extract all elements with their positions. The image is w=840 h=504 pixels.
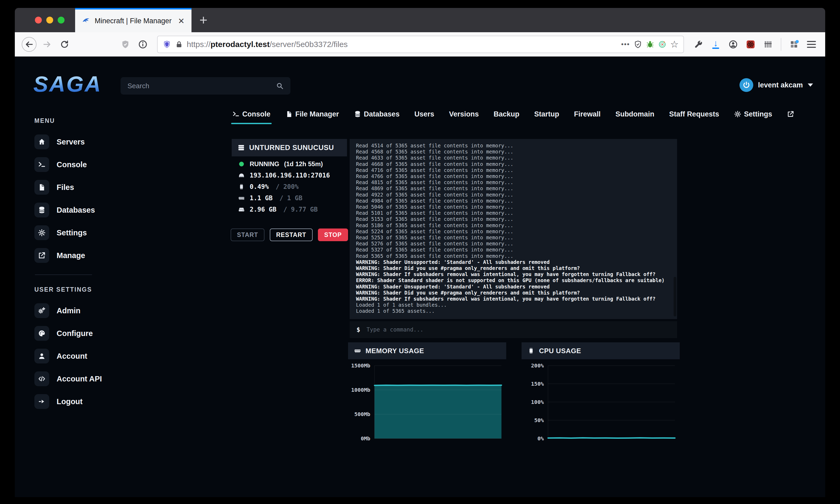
browser-tab[interactable]: Minecraft | File Manager ✕ xyxy=(75,8,191,32)
sidebar-divider xyxy=(35,274,92,275)
zoom-window-button[interactable] xyxy=(58,17,65,23)
cpu-limit: / 200% xyxy=(276,183,298,191)
extension-ring-icon[interactable] xyxy=(658,40,667,49)
saga-logo[interactable]: SAGA xyxy=(33,71,102,97)
tab-versions[interactable]: Versions xyxy=(449,110,479,118)
refresh-icon[interactable] xyxy=(58,37,71,51)
console-line: Read 4716 of 5365 asset file contents in… xyxy=(356,167,677,173)
svg-text:1500Mb: 1500Mb xyxy=(351,362,370,369)
sidebar-item-admin[interactable]: Admin xyxy=(34,303,114,318)
console-line: WARNING: Shader If subshaders removal wa… xyxy=(356,271,677,277)
menu-section-label: MENU xyxy=(34,117,114,124)
tab-label: Startup xyxy=(534,110,560,118)
sidebar-item-label: Admin xyxy=(56,306,81,315)
tab-label: Console xyxy=(242,110,271,118)
console-line: Read 5153 of 5365 asset file contents in… xyxy=(356,216,677,222)
permissions-shield-icon[interactable] xyxy=(119,37,132,51)
search-bar[interactable] xyxy=(121,77,290,94)
console-scrollbar[interactable] xyxy=(674,277,676,317)
react-devtools-icon[interactable] xyxy=(744,37,757,51)
shield-check-icon[interactable] xyxy=(634,40,642,49)
sidebar-item-logout[interactable]: Logout xyxy=(34,394,114,409)
sidebar-item-label: Servers xyxy=(56,138,85,146)
url-text[interactable]: https://pterodactyl.test/server/5e0b3372… xyxy=(187,40,617,49)
tab-subdomain[interactable]: Subdomain xyxy=(615,110,654,118)
user-icon xyxy=(34,349,49,363)
sidebar-item-configure[interactable]: Configure xyxy=(34,326,114,341)
prompt-symbol: $ xyxy=(357,326,360,333)
forward-icon[interactable] xyxy=(40,37,54,51)
close-tab-icon[interactable]: ✕ xyxy=(178,16,185,25)
info-icon[interactable] xyxy=(136,37,150,51)
restart-button[interactable]: RESTART xyxy=(270,229,313,241)
tab-open-external[interactable] xyxy=(787,110,797,118)
menu-icon[interactable] xyxy=(805,37,818,51)
tab-startup[interactable]: Startup xyxy=(534,110,560,118)
command-bar: $ xyxy=(350,321,677,338)
sidebar-item-settings[interactable]: Settings xyxy=(34,225,114,240)
disk-usage: 2.96 GB xyxy=(250,206,276,213)
tab-backup[interactable]: Backup xyxy=(494,110,519,118)
fence-icon[interactable] xyxy=(761,37,775,51)
gears-icon xyxy=(34,303,49,318)
console-line: Loaded 1 of 5365 assets... xyxy=(356,308,677,314)
new-tab-button[interactable]: + xyxy=(191,8,215,32)
ellipsis-icon[interactable]: ••• xyxy=(621,40,630,48)
sidebar-item-account-api[interactable]: Account API xyxy=(34,372,114,386)
sidebar-item-console[interactable]: Console xyxy=(34,157,114,172)
stop-button[interactable]: STOP xyxy=(318,229,348,241)
tab-console[interactable]: Console xyxy=(232,110,271,118)
screen: Minecraft | File Manager ✕ + xyxy=(0,0,840,504)
address-row: 193.106.196.110:27016 xyxy=(238,172,347,179)
external-icon xyxy=(787,110,794,118)
start-button[interactable]: START xyxy=(230,229,264,241)
minimize-window-button[interactable] xyxy=(46,17,53,23)
sidebar-item-manage[interactable]: Manage xyxy=(34,248,114,263)
tab-staff-requests[interactable]: Staff Requests xyxy=(669,110,719,118)
external-icon xyxy=(34,248,49,263)
file-icon xyxy=(34,180,49,195)
console-line: Read 5224 of 5365 asset file contents in… xyxy=(356,229,677,235)
gear-icon xyxy=(34,225,49,240)
server-name: UNTURNED SUNUCUSU xyxy=(249,144,334,152)
bookmark-star-icon[interactable]: ☆ xyxy=(670,40,679,49)
console-line: Read 5327 of 5365 asset file contents in… xyxy=(356,247,677,253)
cpu-icon xyxy=(238,183,245,190)
cpu-usage-card: CPU USAGE 200%150%100%50%0% xyxy=(521,342,680,444)
code-icon xyxy=(34,372,49,386)
command-input[interactable] xyxy=(366,326,670,333)
sidebar-item-label: Configure xyxy=(56,329,93,338)
sidebar-item-databases[interactable]: Databases xyxy=(34,203,114,217)
tab-firewall[interactable]: Firewall xyxy=(574,110,601,118)
user-menu[interactable]: levent akcam xyxy=(739,78,813,92)
tab-file-manager[interactable]: File Manager xyxy=(285,110,339,118)
wrench-icon[interactable] xyxy=(691,37,705,51)
cpu-icon xyxy=(527,347,535,355)
url-bar[interactable]: https://pterodactyl.test/server/5e0b3372… xyxy=(157,36,684,53)
console-log: Read 4514 of 5365 asset file contents in… xyxy=(356,143,677,314)
back-icon[interactable] xyxy=(22,37,36,52)
server-info-card: UNTURNED SUNUCUSU RUNNING (1d 12h 55m) 1… xyxy=(232,139,347,241)
memory-limit: / 1 GB xyxy=(279,194,303,202)
tab-settings[interactable]: Settings xyxy=(734,110,772,118)
tab-databases[interactable]: Databases xyxy=(354,110,400,118)
tracking-shield-icon[interactable] xyxy=(162,40,171,49)
close-window-button[interactable] xyxy=(35,17,42,23)
sidebar-item-servers[interactable]: Servers xyxy=(34,134,114,149)
console-line: Read 4568 of 5365 asset file contents in… xyxy=(356,149,677,155)
sidebar-item-label: Account xyxy=(56,352,87,361)
search-input[interactable] xyxy=(127,82,271,90)
console-output[interactable]: Read 4514 of 5365 asset file contents in… xyxy=(350,139,677,319)
tab-users[interactable]: Users xyxy=(414,110,434,118)
sidebar-item-label: Logout xyxy=(56,397,83,406)
tab-title: Minecraft | File Manager xyxy=(95,17,173,25)
panel-page: SAGA levent akcam MENU ServersConsoleFil… xyxy=(15,56,825,497)
sidebar-item-account[interactable]: Account xyxy=(34,349,114,363)
user-settings-section-label: USER SETTINGS xyxy=(34,286,114,293)
extensions-icon[interactable] xyxy=(787,37,801,51)
download-icon[interactable]: ↓ xyxy=(709,37,723,51)
account-icon[interactable] xyxy=(726,37,740,51)
adblock-bug-icon[interactable] xyxy=(646,40,654,49)
sidebar-item-files[interactable]: Files xyxy=(34,180,114,195)
ram-icon xyxy=(354,347,361,355)
